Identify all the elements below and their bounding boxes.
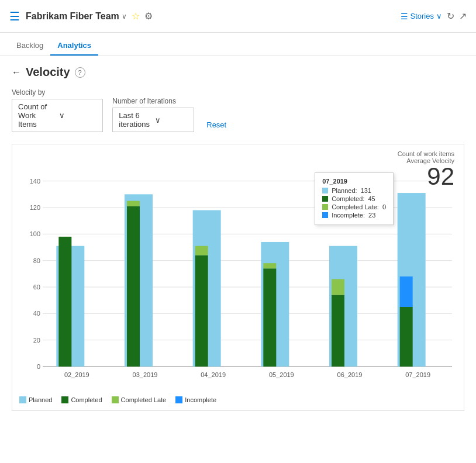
tooltip-incomplete-label: Incomplete: <box>332 212 365 219</box>
page-content: ← Velocity ? Velocity by Count of Work I… <box>0 56 476 420</box>
iterations-filter: Number of Iterations Last 6 iterations ∨ <box>112 97 194 132</box>
legend-item: Completed <box>61 396 102 403</box>
chart-tooltip: 07_2019 Planned: 131 Completed: 45 Compl… <box>315 172 394 225</box>
team-name: Fabrikam Fiber Team <box>26 11 119 22</box>
svg-rect-25 <box>195 255 208 367</box>
team-chevron-icon[interactable]: ∨ <box>122 12 127 20</box>
svg-text:40: 40 <box>33 310 40 317</box>
legend-label: Planned <box>29 396 52 403</box>
chart-legend: PlannedCompletedCompleted LateIncomplete <box>19 392 457 403</box>
tooltip-completed-late-swatch <box>322 204 328 210</box>
reset-button[interactable]: Reset <box>203 118 229 132</box>
stories-chevron-icon: ∨ <box>436 12 442 20</box>
svg-rect-21 <box>127 206 140 367</box>
legend-item: Incomplete <box>175 396 216 403</box>
stories-label: Stories <box>411 12 434 20</box>
header-right: ☰ Stories ∨ ↻ ↗ <box>401 11 467 22</box>
tooltip-planned-row: Planned: 131 <box>322 187 386 194</box>
svg-rect-33 <box>332 295 344 367</box>
svg-text:06_2019: 06_2019 <box>337 371 363 378</box>
iterations-value: Last 6 iterations <box>119 111 151 129</box>
team-members-icon[interactable]: ⚙ <box>144 11 153 22</box>
tooltip-planned-value: 131 <box>361 187 371 194</box>
tab-analytics[interactable]: Analytics <box>50 36 98 56</box>
chart-area: Count of work items Average Velocity 92 … <box>12 144 464 411</box>
svg-text:100: 100 <box>30 230 40 237</box>
tooltip-completed-late-row: Completed Late: 0 <box>322 203 386 210</box>
svg-rect-37 <box>400 307 413 367</box>
tooltip-completed-row: Completed: 45 <box>322 195 386 202</box>
header-controls: ∨ ☆ ⚙ <box>122 11 153 22</box>
svg-text:140: 140 <box>30 178 40 185</box>
help-icon[interactable]: ? <box>75 67 85 78</box>
svg-rect-34 <box>332 279 344 295</box>
legend-item: Completed Late <box>112 396 167 403</box>
iterations-chevron-icon: ∨ <box>155 116 188 125</box>
tooltip-completed-value: 45 <box>368 195 375 202</box>
filters: Velocity by Count of Work Items ∨ Number… <box>12 88 464 132</box>
legend-label: Completed Late <box>121 396 167 403</box>
tooltip-incomplete-swatch <box>322 212 328 218</box>
svg-text:07_2019: 07_2019 <box>405 371 430 378</box>
tooltip-completed-label: Completed: <box>332 195 364 202</box>
tooltip-incomplete-value: 23 <box>368 212 375 219</box>
legend-swatch <box>61 396 68 403</box>
svg-rect-22 <box>127 201 140 206</box>
tooltip-planned-label: Planned: <box>332 187 357 194</box>
iterations-label: Number of Iterations <box>112 97 194 105</box>
tooltip-completed-late-value: 0 <box>382 203 386 210</box>
expand-icon[interactable]: ↗ <box>459 11 467 22</box>
velocity-chart: 02040608010012014002_201903_201904_20190… <box>19 156 464 390</box>
stories-button[interactable]: ☰ Stories ∨ <box>401 12 442 21</box>
tooltip-title: 07_2019 <box>322 178 386 185</box>
velocity-by-filter: Velocity by Count of Work Items ∨ <box>12 88 103 132</box>
header: ☰ Fabrikam Fiber Team ∨ ☆ ⚙ ☰ Stories ∨ … <box>0 0 476 33</box>
velocity-by-value: Count of Work Items <box>18 102 56 129</box>
chart-meta-label: Count of work items <box>398 150 454 157</box>
favorite-icon[interactable]: ☆ <box>132 11 140 22</box>
back-button[interactable]: ← <box>12 67 21 78</box>
app-icon: ☰ <box>9 9 20 23</box>
svg-text:03_2019: 03_2019 <box>133 371 158 378</box>
svg-text:05_2019: 05_2019 <box>269 371 294 378</box>
svg-rect-38 <box>400 277 413 307</box>
svg-rect-18 <box>58 237 71 367</box>
svg-text:0: 0 <box>37 363 40 370</box>
svg-text:60: 60 <box>33 284 40 291</box>
legend-item: Planned <box>19 396 52 403</box>
tooltip-completed-swatch <box>322 196 328 202</box>
velocity-by-chevron-icon: ∨ <box>59 111 96 120</box>
legend-label: Incomplete <box>185 396 216 403</box>
chart-meta-value: 92 <box>398 164 454 189</box>
svg-text:20: 20 <box>33 337 40 344</box>
legend-label: Completed <box>71 396 102 403</box>
tooltip-completed-late-label: Completed Late: <box>332 203 379 210</box>
page-header: ← Velocity ? <box>12 65 464 79</box>
tooltip-incomplete-row: Incomplete: 23 <box>322 212 386 219</box>
svg-text:02_2019: 02_2019 <box>64 371 89 378</box>
svg-rect-29 <box>263 268 276 367</box>
legend-swatch <box>19 396 26 403</box>
svg-text:04_2019: 04_2019 <box>201 371 226 378</box>
velocity-by-select[interactable]: Count of Work Items ∨ <box>12 99 103 132</box>
chart-meta: Count of work items Average Velocity 92 <box>398 150 454 189</box>
svg-text:120: 120 <box>30 204 40 211</box>
nav-tabs: Backlog Analytics <box>0 33 476 56</box>
svg-rect-26 <box>195 246 208 255</box>
velocity-by-label: Velocity by <box>12 88 103 96</box>
svg-text:80: 80 <box>33 257 40 264</box>
iterations-select[interactable]: Last 6 iterations ∨ <box>112 108 194 132</box>
refresh-icon[interactable]: ↻ <box>447 11 454 22</box>
legend-swatch <box>112 396 119 403</box>
legend-swatch <box>175 396 182 403</box>
stories-icon: ☰ <box>401 12 408 21</box>
page-title: Velocity <box>26 65 70 79</box>
svg-rect-30 <box>263 263 276 268</box>
tab-backlog[interactable]: Backlog <box>9 36 50 56</box>
tooltip-planned-swatch <box>322 188 328 194</box>
